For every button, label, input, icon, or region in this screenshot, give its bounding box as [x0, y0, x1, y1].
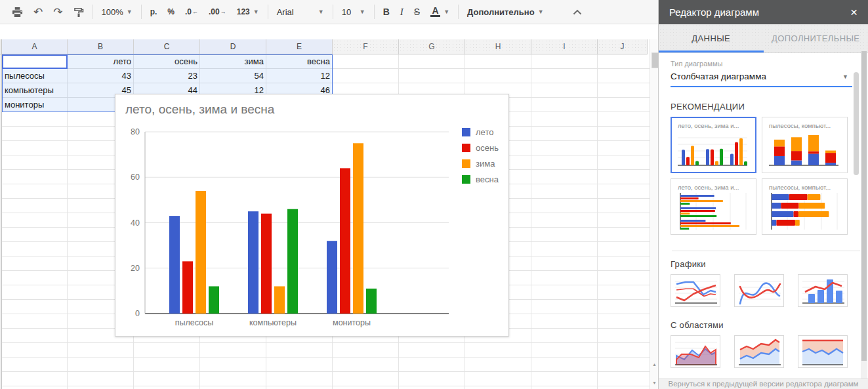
svg-text:пылесосы: пылесосы	[175, 318, 214, 327]
increase-decimal-button[interactable]: .00→	[203, 3, 232, 20]
bar-мониторы-зима[interactable]	[353, 143, 363, 314]
cell-e1[interactable]: весна	[266, 54, 333, 69]
bar-компьютеры-весна[interactable]	[287, 209, 298, 314]
panel-title: Редактор диаграмм	[669, 7, 759, 18]
zoom-select[interactable]: 100%▼	[96, 3, 138, 20]
chevron-down-icon: ▼	[318, 9, 324, 15]
tab-additional[interactable]: ДОПОЛНИТЕЛЬНЫЕ	[764, 24, 868, 52]
column-header-j[interactable]: J	[598, 39, 648, 54]
column-headers: ABCDEFGHIJ	[0, 39, 650, 54]
thumbnail-line-chart[interactable]	[671, 274, 720, 307]
arrow-right-icon: →	[220, 9, 226, 15]
legend-item-осень: осень	[462, 143, 499, 153]
column-header-a[interactable]: A	[2, 39, 68, 54]
bar-мониторы-осень[interactable]	[340, 168, 350, 314]
thumbnail-stacked-area-chart[interactable]	[734, 335, 784, 368]
grouped-column-preview	[675, 130, 750, 171]
legend-label: весна	[476, 174, 499, 184]
close-icon[interactable]: ×	[850, 5, 858, 20]
column-header-d[interactable]: D	[200, 39, 266, 54]
paint-format-button[interactable]	[68, 3, 89, 20]
cell-c1[interactable]: осень	[134, 54, 200, 69]
cell-a4[interactable]: мониторы	[2, 98, 68, 112]
chart-type-label: Тип диаграммы	[671, 60, 856, 68]
embedded-chart[interactable]: лето, осень, зима и весна 020406080пылес…	[115, 94, 509, 337]
cell-d1[interactable]: зима	[200, 54, 266, 69]
area-charts-label: С областями	[671, 320, 856, 330]
bar-пылесосы-лето[interactable]	[169, 216, 180, 314]
column-header-h[interactable]: H	[465, 39, 531, 54]
legend-item-лето: лето	[462, 127, 499, 137]
thumbnail-stacked-bar[interactable]: пылесосы, компьют...	[762, 178, 848, 235]
strikethrough-button[interactable]: S	[409, 3, 425, 20]
percent-format-button[interactable]: %	[162, 3, 180, 20]
svg-text:80: 80	[131, 127, 140, 136]
thumbnail-smooth-line-chart[interactable]	[734, 274, 784, 307]
svg-text:0: 0	[135, 309, 140, 318]
cell-b2[interactable]: 43	[68, 69, 134, 83]
column-header-f[interactable]: F	[333, 39, 399, 54]
decrease-decimal-button[interactable]: .0←	[180, 3, 203, 20]
cell-a3[interactable]: компьютеры	[2, 83, 68, 98]
inner-scrollbar-thumb[interactable]	[854, 72, 859, 175]
panel-header: Редактор диаграмм ×	[659, 0, 868, 24]
section-divider	[672, 251, 860, 251]
thumbnail-stacked-column[interactable]: пылесосы, компьют...	[762, 117, 848, 173]
panel-scrollbar-thumb[interactable]	[861, 51, 867, 361]
font-size-select[interactable]: 10▼	[337, 3, 371, 20]
chart-type-select[interactable]: Столбчатая диаграмма ▼	[671, 72, 852, 87]
stacked-bar-preview	[766, 192, 841, 232]
bar-компьютеры-зима[interactable]	[274, 286, 285, 314]
thumbnail-grouped-column[interactable]: лето, осень, зима и...	[671, 117, 756, 173]
bar-компьютеры-лето[interactable]	[248, 211, 258, 314]
cell-e2[interactable]: 12	[266, 69, 333, 83]
bar-мониторы-лето[interactable]	[327, 241, 337, 314]
more-menu[interactable]: Дополнительно ▼	[462, 3, 549, 20]
undo-button[interactable]: ↶	[28, 3, 48, 20]
sheet-vertical-scrollbar[interactable]: ▲ ▼	[650, 39, 658, 389]
column-header-b[interactable]: B	[68, 39, 134, 54]
cell-d2[interactable]: 54	[200, 69, 266, 83]
previous-editor-link[interactable]: Вернуться к предыдущей версии редактора …	[659, 379, 868, 389]
stacked-area-chart-icon	[735, 336, 783, 367]
paint-roller-icon	[73, 7, 84, 18]
panel-scrollbar[interactable]	[861, 51, 867, 379]
bar-компьютеры-осень[interactable]	[261, 214, 272, 314]
cell-c2[interactable]: 23	[134, 69, 200, 83]
chevron-down-icon: ▼	[127, 9, 133, 15]
color-bar	[430, 15, 440, 17]
column-header-i[interactable]: I	[531, 39, 598, 54]
thumbnail-grouped-bar[interactable]: лето, осень, зима и...	[671, 178, 756, 235]
thumbnail-full-stacked-area-chart[interactable]	[798, 335, 848, 368]
chevron-up-icon	[573, 9, 582, 15]
cell-a2[interactable]: пылесосы	[2, 69, 68, 83]
italic-button[interactable]: I	[395, 3, 409, 20]
redo-button[interactable]: ↷	[48, 3, 68, 20]
collapse-toolbar-button[interactable]	[568, 3, 587, 20]
legend-swatch	[462, 175, 470, 184]
column-header-c[interactable]: C	[134, 39, 200, 54]
font-family-select[interactable]: Arial▼	[272, 3, 329, 20]
line-charts-label: Графики	[671, 259, 856, 269]
bar-пылесосы-осень[interactable]	[182, 261, 193, 314]
column-header-g[interactable]: G	[399, 39, 465, 54]
tab-data[interactable]: ДАННЫЕ	[659, 24, 764, 52]
legend-label: зима	[476, 159, 495, 169]
bar-пылесосы-весна[interactable]	[209, 286, 219, 314]
print-button[interactable]	[7, 3, 28, 20]
bold-button[interactable]: B	[378, 3, 395, 20]
legend-label: осень	[476, 143, 499, 153]
bar-пылесосы-зима[interactable]	[196, 191, 206, 314]
text-color-button[interactable]: A ▼	[425, 3, 455, 20]
column-chart: 020406080пылесосыкомпьютерымониторы	[115, 94, 508, 336]
thumbnail-area-chart[interactable]	[671, 335, 720, 368]
active-tab-underline	[659, 51, 764, 52]
column-header-e[interactable]: E	[266, 39, 333, 54]
currency-format-button[interactable]: р.	[145, 3, 163, 20]
thumbnail-combo-chart[interactable]	[798, 274, 848, 307]
active-cell-a1[interactable]	[2, 54, 68, 69]
bar-мониторы-весна[interactable]	[366, 289, 377, 314]
number-format-menu[interactable]: 123▼	[232, 3, 264, 20]
svg-text:мониторы: мониторы	[333, 318, 371, 327]
cell-b1[interactable]: лето	[68, 54, 134, 69]
